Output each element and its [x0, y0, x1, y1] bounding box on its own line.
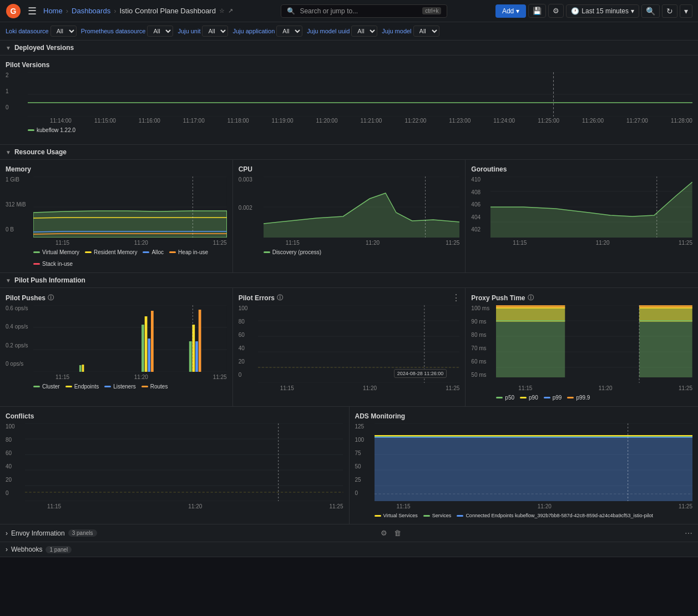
pilot-pushes-info-icon[interactable]: ⓘ — [48, 294, 54, 302]
grafana-logo-icon[interactable]: G — [6, 3, 21, 19]
pilot-pushes-legend: Cluster Endpoints Listeners Routes — [33, 383, 227, 390]
filter-prometheus-select[interactable]: All — [147, 26, 173, 37]
ads-monitoring-title: ADS Monitoring — [355, 412, 693, 420]
search-area: 🔍 Search or jump to... ctrl+k — [237, 4, 491, 18]
svg-rect-41 — [199, 310, 201, 372]
legend-resident-memory: Resident Memory — [85, 249, 137, 255]
filter-loki-datasource: Loki datasource All — [6, 26, 77, 37]
filter-prometheus-datasource: Prometheus datasource All — [81, 26, 174, 37]
legend-listeners: Listeners — [104, 383, 136, 390]
conflicts-chart-area: 100 80 60 40 20 0 — [6, 423, 343, 509]
settings-button[interactable]: ⚙ — [548, 4, 564, 18]
pilot-versions-xaxis: 11:14:00 11:15:00 11:16:00 11:17:00 11:1… — [50, 117, 692, 124]
pilot-pushes-panel: Pilot Pushes ⓘ 0.6 ops/s 0.4 ops/s 0.2 o… — [0, 288, 233, 406]
proxy-push-y-axis: 100 ms 90 ms 80 ms 70 ms 60 ms 50 ms — [471, 305, 496, 391]
envoy-info-chevron[interactable]: › — [6, 529, 8, 537]
filter-juju-app-select[interactable]: All — [276, 26, 302, 37]
filter-juju-unit-label: Juju unit — [178, 28, 200, 34]
proxy-push-canvas: 11:15 11:20 11:25 — [496, 305, 692, 391]
pilot-errors-info-icon[interactable]: ⓘ — [277, 294, 283, 302]
legend-listeners-dot — [104, 386, 111, 387]
legend-kubeflow: kubeflow 1.22.0 — [28, 127, 75, 133]
add-button[interactable]: Add ▾ — [495, 4, 526, 18]
legend-stack: Stack in-use — [33, 261, 73, 267]
legend-cluster-dot — [33, 386, 40, 387]
svg-rect-35 — [145, 316, 148, 372]
legend-routes: Routes — [141, 383, 168, 390]
legend-discovery: Discovery (process) — [264, 249, 321, 255]
envoy-delete-button[interactable]: 🗑 — [392, 528, 403, 538]
legend-endpoints-dot — [65, 386, 72, 387]
filter-juju-model-uuid-select[interactable]: All — [351, 26, 377, 37]
cpu-xaxis: 11:15 11:20 11:25 — [286, 238, 460, 246]
menu-icon[interactable]: ☰ — [26, 5, 39, 17]
search-box[interactable]: 🔍 Search or jump to... ctrl+k — [281, 4, 447, 18]
refresh-button[interactable]: ↻ — [662, 4, 677, 18]
legend-heap-dot — [169, 251, 176, 253]
svg-rect-69 — [25, 423, 343, 501]
svg-rect-34 — [141, 325, 144, 372]
pilot-pushes-canvas: 11:15 11:20 11:25 — [33, 305, 227, 380]
legend-p50: p50 — [496, 395, 514, 401]
filter-juju-unit-select[interactable]: All — [202, 26, 228, 37]
pilot-pushes-chart-area: 0.6 ops/s 0.4 ops/s 0.2 ops/s 0 ops/s — [6, 305, 227, 380]
more-options-button[interactable]: ▾ — [680, 4, 692, 18]
pilot-errors-chart-area: 100 80 60 40 20 0 — [239, 305, 460, 391]
pilot-versions-y-axis: 2 1 0 — [6, 72, 28, 124]
filter-juju-model: Juju model All — [382, 26, 439, 37]
add-label: Add — [502, 7, 514, 15]
pilot-versions-chart: 2 1 0 — [6, 72, 692, 133]
clock-icon: 🕐 — [571, 7, 579, 15]
star-icon[interactable]: ☆ — [219, 7, 225, 14]
filter-loki-select[interactable]: All — [50, 26, 77, 37]
zoom-out-button[interactable]: 🔍 — [641, 4, 660, 18]
svg-rect-33 — [82, 365, 84, 372]
svg-marker-86 — [375, 437, 693, 501]
deployed-versions-header[interactable]: ▼ Deployed Versions — [0, 41, 698, 55]
memory-chart-area: 1 GiB 312 MiB 0 B — [6, 176, 227, 246]
legend-routes-dot — [141, 386, 148, 387]
legend-connected-endpoints: Connected Endpoints kubeflow_392b7bb8-58… — [457, 513, 653, 518]
filter-juju-model-select[interactable]: All — [413, 26, 439, 37]
ads-chart-area: 125 100 75 50 25 0 — [355, 423, 693, 509]
resource-usage-header[interactable]: ▼ Resource Usage — [0, 145, 698, 160]
memory-y-axis: 1 GiB 312 MiB 0 B — [6, 176, 33, 246]
share-icon[interactable]: ↗ — [228, 7, 233, 14]
cpu-panel: CPU 0.003 0.002 — [233, 160, 466, 272]
home-link[interactable]: Home — [43, 7, 63, 15]
add-chevron-icon: ▾ — [516, 7, 519, 15]
webhooks-chevron[interactable]: › — [6, 546, 8, 553]
ads-xaxis: 11:15 11:20 11:25 — [397, 501, 693, 509]
cpu-legend: Discovery (process) — [264, 249, 460, 255]
dashboard-title: Istio Control Plane Dashboard — [119, 7, 215, 15]
memory-legend: Virtual Memory Resident Memory Alloc Hea… — [33, 249, 227, 267]
legend-heap: Heap in-use — [169, 249, 208, 255]
pilot-versions-canvas: 11:14:00 11:15:00 11:16:00 11:17:00 11:1… — [28, 72, 692, 124]
time-range-selector[interactable]: 🕐 Last 15 minutes ▾ — [566, 4, 639, 18]
conflicts-canvas: 11:15 11:20 11:25 — [25, 423, 343, 509]
deployed-versions-chevron: ▼ — [6, 45, 11, 51]
legend-stack-dot — [33, 263, 40, 265]
conflicts-y-axis: 100 80 60 40 20 0 — [6, 423, 25, 509]
search-shortcut: ctrl+k — [422, 7, 441, 14]
dashboards-link[interactable]: Dashboards — [72, 7, 110, 15]
time-range-label: Last 15 minutes — [581, 7, 629, 15]
conflicts-xaxis: 11:15 11:20 11:25 — [47, 501, 343, 509]
filter-bar: Loki datasource All Prometheus datasourc… — [0, 22, 698, 41]
cpu-chart-area: 0.003 0.002 — [239, 176, 460, 246]
pilot-push-header[interactable]: ▼ Pilot Push Information — [0, 273, 698, 288]
proxy-push-info-icon[interactable]: ⓘ — [528, 294, 534, 302]
filter-juju-app-label: Juju application — [232, 28, 275, 34]
pilot-versions-panel: Pilot Versions 2 1 0 — [0, 55, 698, 144]
pilot-pushes-title: Pilot Pushes ⓘ — [6, 294, 227, 302]
envoy-settings-button[interactable]: ⚙ — [378, 528, 390, 538]
pilot-errors-panel: Pilot Errors ⓘ ⋮ 100 80 60 40 20 0 — [233, 288, 466, 406]
breadcrumb-nav: Home › Dashboards › Istio Control Plane … — [43, 7, 233, 15]
pilot-push-label: Pilot Push Information — [14, 276, 85, 284]
topbar-right: Add ▾ 💾 ⚙ 🕐 Last 15 minutes ▾ 🔍 ↻ ▾ — [495, 4, 692, 18]
legend-services: Services — [423, 513, 452, 518]
save-dashboard-button[interactable]: 💾 — [528, 4, 546, 18]
envoy-more-icon[interactable]: ⋯ — [685, 529, 692, 538]
pilot-errors-menu[interactable]: ⋮ — [452, 292, 461, 303]
legend-cluster: Cluster — [33, 383, 60, 390]
